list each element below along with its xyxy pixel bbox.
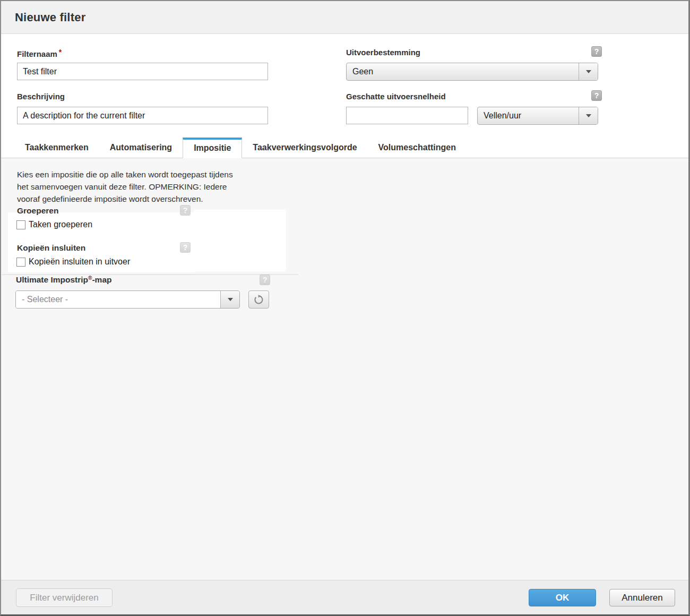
help-icon[interactable]: ? [260,275,270,285]
group-jobs-checkbox-label: Taken groeperen [29,220,92,229]
delete-filter-button[interactable]: Filter verwijderen [16,588,113,607]
speed-unit-select[interactable]: Vellen/uur [477,107,598,125]
include-copies-checkbox-label: Kopieën insluiten in uitvoer [29,257,130,267]
imposition-intro-text: Kies een impositie die op alle taken wor… [17,168,233,205]
help-icon[interactable]: ? [591,90,602,101]
impostrip-label-suffix: -map [92,275,111,284]
tab-taakkenmerken[interactable]: Taakkenmerken [14,138,99,158]
include-copies-checkbox[interactable] [16,258,25,267]
ok-button[interactable]: OK [529,589,596,606]
speed-unit-value: Vellen/uur [484,107,521,124]
dropdown-arrow-button[interactable] [579,63,598,80]
tab-volumeschattingen[interactable]: Volumeschattingen [368,138,467,158]
new-filter-dialog: Nieuwe filter Filternaam* Beschrijving U… [0,0,690,616]
description-input[interactable] [17,107,268,124]
dropdown-arrow-button[interactable] [579,107,598,124]
filter-name-input[interactable] [17,63,268,80]
imposition-tab-panel: Kies een impositie die op alle taken wor… [1,158,688,581]
output-destination-value: Geen [352,63,373,80]
output-destination-label: Uitvoerbestemming [346,48,420,57]
group-jobs-checkbox-row: Taken groeperen [16,220,92,229]
required-asterisk: * [59,48,62,56]
description-label: Beschrijving [17,92,65,101]
impostrip-label-text: Ultimate Impostrip [16,275,88,284]
group-jobs-checkbox[interactable] [16,220,25,229]
estimated-speed-label: Geschatte uitvoersnelheid [346,92,446,101]
output-destination-select[interactable]: Geen [346,63,598,81]
filter-name-label: Filternaam* [17,48,62,58]
chevron-down-icon [586,70,591,73]
intro-line: het samenvoegen vanuit deze filter. OPME… [17,181,233,193]
include-copies-checkbox-row: Kopieën insluiten in uitvoer [16,257,130,267]
tab-impositie[interactable]: Impositie [183,138,242,158]
tab-bar: Taakkenmerken Automatisering Impositie T… [1,138,688,158]
intro-line: vooraf gedefinieerde impositie wordt ove… [17,193,233,205]
cancel-button[interactable]: Annuleren [609,589,675,606]
help-icon[interactable]: ? [180,205,191,216]
chevron-down-icon [228,298,233,301]
dialog-titlebar: Nieuwe filter [1,1,688,34]
chevron-down-icon [586,114,591,117]
panel-background [194,210,286,271]
refresh-button[interactable] [248,290,269,309]
help-icon[interactable]: ? [591,46,602,57]
include-copies-label: Kopieën insluiten [17,243,85,253]
impostrip-folder-select[interactable]: - Selecteer - [15,290,240,309]
dialog-title: Nieuwe filter [15,1,85,33]
intro-line: Kies een impositie die op alle taken wor… [17,168,233,181]
refresh-icon [254,295,264,305]
impostrip-folder-label: Ultimate Impostrip®-map [16,275,112,285]
dialog-footer: Filter verwijderen OK Annuleren [1,580,688,614]
filter-name-label-text: Filternaam [17,49,57,58]
help-icon[interactable]: ? [180,242,191,253]
tab-automatisering[interactable]: Automatisering [99,138,183,158]
estimated-speed-input[interactable] [346,107,468,124]
grouping-label: Groeperen [17,206,58,216]
impostrip-folder-value: - Selecteer - [22,291,68,308]
dropdown-arrow-button[interactable] [220,291,239,308]
tab-taakverwerkingsvolgorde[interactable]: Taakverwerkingsvolgorde [242,138,367,158]
